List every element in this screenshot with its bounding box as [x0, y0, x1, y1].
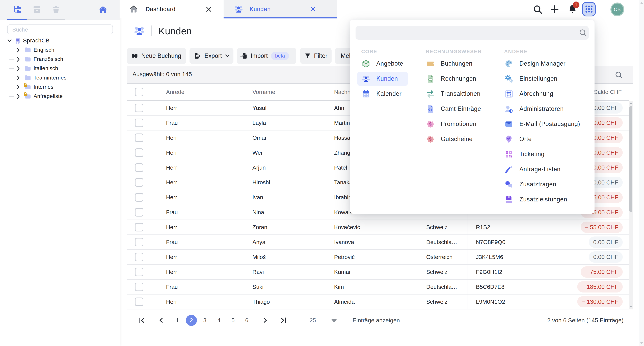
- svg-text:$: $: [429, 137, 432, 142]
- svg-text:$: $: [429, 122, 432, 126]
